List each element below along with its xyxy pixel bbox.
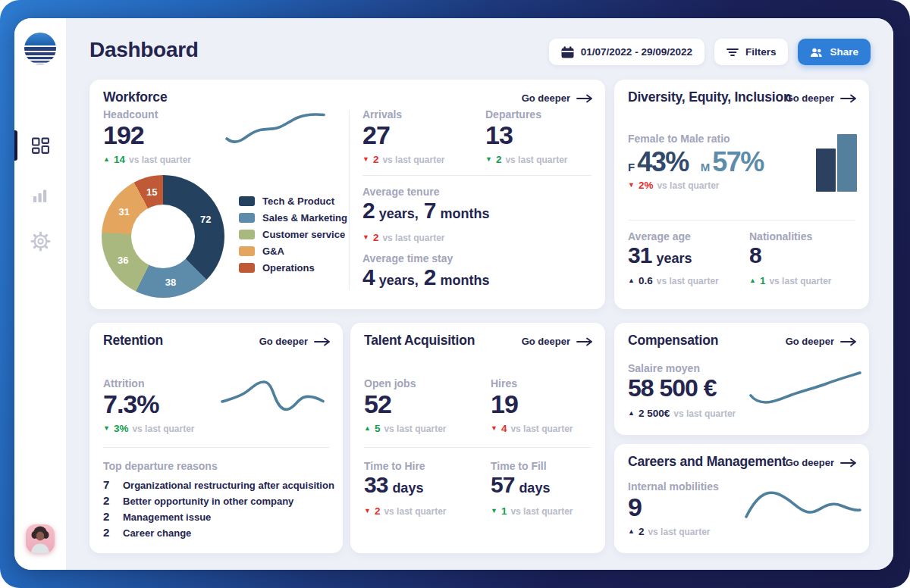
divider	[362, 175, 592, 176]
ratio-label: Female to Male ratio	[628, 133, 730, 145]
go-deeper-label: Go deeper	[786, 457, 834, 468]
up-triangle-icon: ▲	[628, 528, 635, 535]
mobilities-delta: ▲ 2 vs last quarter	[628, 526, 710, 537]
sidebar-item-dashboard[interactable]	[14, 129, 66, 162]
bar-chart-icon	[31, 186, 49, 205]
mobilities-value: 9	[628, 493, 642, 522]
time-to-hire-label: Time to Hire	[364, 460, 425, 472]
filters-button[interactable]: Filters	[714, 39, 789, 65]
salary-delta: ▲ 2 500€ vs last quarter	[628, 408, 736, 419]
hires-label: Hires	[491, 377, 517, 389]
down-triangle-icon: ▼	[628, 182, 635, 189]
departures-label: Departures	[485, 108, 541, 120]
attrition-value: 7.3%	[103, 389, 159, 419]
avg-time-stay-value: 4 years, 2 months	[362, 264, 489, 290]
user-avatar[interactable]	[26, 524, 55, 553]
salary-label: Salaire moyen	[628, 362, 700, 374]
avg-age-label: Average age	[628, 230, 691, 242]
male-bar	[837, 134, 857, 192]
down-triangle-icon: ▼	[364, 508, 371, 514]
headcount-label: Headcount	[103, 108, 158, 120]
salary-sparkline	[749, 367, 861, 412]
legend-item: Customer service	[239, 229, 347, 240]
compensation-card: Compensation Go deeper Salaire moyen 58 …	[614, 323, 869, 435]
card-title: Retention	[103, 333, 163, 349]
female-letter: F	[628, 161, 635, 174]
salary-value: 58 500 €	[628, 374, 717, 402]
go-deeper-label: Go deeper	[522, 92, 570, 104]
arrow-right-icon	[576, 337, 593, 346]
divider	[349, 110, 350, 290]
divider	[103, 447, 329, 448]
retention-card: Retention Go deeper Attrition 7.3% ▼ 3% …	[89, 323, 343, 553]
down-triangle-icon: ▼	[362, 156, 369, 163]
share-label: Share	[830, 46, 858, 58]
female-percent: 43%	[637, 146, 689, 178]
compensation-go-deeper-link[interactable]: Go deeper	[786, 336, 857, 347]
down-triangle-icon: ▼	[491, 508, 497, 514]
avg-tenure-delta: ▼ 2 vs last quarter	[362, 232, 444, 243]
reasons-title: Top departure reasons	[103, 460, 218, 472]
headcount-delta: ▲ 14 vs last quarter	[103, 154, 191, 165]
donut-segment-value: 31	[118, 205, 129, 217]
divider	[364, 447, 592, 448]
legend-item: Tech & Product	[239, 195, 347, 207]
open-jobs-value: 52	[364, 389, 391, 419]
go-deeper-label: Go deeper	[259, 336, 308, 347]
time-to-fill-value: 57 days	[491, 472, 550, 498]
divider	[628, 220, 855, 220]
up-triangle-icon: ▲	[103, 156, 110, 163]
app-window: Dashboard 01/07/2022 - 29/09/2022	[0, 0, 910, 588]
up-triangle-icon: ▲	[628, 277, 635, 284]
dei-go-deeper-link[interactable]: Go deeper	[786, 92, 857, 104]
dashboard-icon	[31, 136, 50, 155]
retention-go-deeper-link[interactable]: Go deeper	[259, 336, 331, 347]
filters-label: Filters	[745, 46, 777, 58]
avatar-portrait-icon	[26, 524, 55, 553]
go-deeper-label: Go deeper	[522, 336, 570, 347]
hires-delta: ▼ 4 vs last quarter	[491, 423, 573, 434]
reason-item: 7 Organizational restructuring after acq…	[103, 478, 334, 491]
legend-swatch	[239, 263, 255, 273]
ratio-delta: ▼ 2% vs last quarter	[628, 180, 719, 191]
share-button[interactable]: Share	[798, 39, 871, 65]
open-jobs-delta: ▲ 5 vs last quarter	[364, 423, 446, 434]
careers-go-deeper-link[interactable]: Go deeper	[786, 457, 857, 468]
avg-age-delta: ▲ 0.6 vs last quarter	[628, 275, 719, 286]
main-content: Dashboard 01/07/2022 - 29/09/2022	[66, 18, 893, 570]
avg-tenure-label: Average tenure	[362, 186, 439, 198]
arrow-right-icon	[840, 94, 857, 103]
card-title: Careers and Management	[628, 454, 786, 470]
card-title: Talent Acquisition	[364, 333, 475, 349]
date-range-button[interactable]: 01/07/2022 - 29/09/2022	[549, 39, 704, 65]
header-actions: 01/07/2022 - 29/09/2022 Filters	[549, 39, 871, 65]
card-title: Workforce	[103, 89, 167, 105]
attrition-label: Attrition	[103, 377, 144, 389]
sidebar-item-analytics[interactable]	[14, 179, 66, 212]
workforce-go-deeper-link[interactable]: Go deeper	[522, 92, 593, 104]
legend-item: Operations	[239, 262, 347, 274]
avg-age-value: 31 years	[628, 242, 692, 268]
people-icon	[810, 47, 823, 58]
departures-delta: ▼ 2 vs last quarter	[485, 154, 567, 165]
card-title: Compensation	[628, 333, 718, 349]
calendar-icon	[561, 46, 574, 58]
gear-icon	[30, 231, 51, 252]
nationalities-label: Nationalities	[749, 230, 812, 242]
legend-swatch	[239, 196, 255, 206]
company-logo	[24, 32, 57, 65]
legend-item: G&A	[239, 246, 347, 257]
talent-go-deeper-link[interactable]: Go deeper	[522, 336, 593, 347]
down-triangle-icon: ▼	[103, 425, 110, 432]
arrow-right-icon	[840, 458, 857, 468]
nationalities-delta: ▲ 1 vs last quarter	[749, 275, 831, 286]
attrition-sparkline	[220, 376, 332, 423]
date-range-label: 01/07/2022 - 29/09/2022	[581, 46, 692, 58]
reason-item: 2 Better opportunity in other company	[103, 494, 293, 507]
donut-segment-value: 72	[200, 213, 211, 224]
sidebar-item-settings[interactable]	[14, 224, 66, 258]
careers-card: Careers and Management Go deeper Interna…	[614, 444, 869, 553]
legend-swatch	[239, 213, 255, 223]
mobilities-sparkline	[743, 485, 863, 526]
reason-item: 2 Career change	[103, 526, 191, 539]
